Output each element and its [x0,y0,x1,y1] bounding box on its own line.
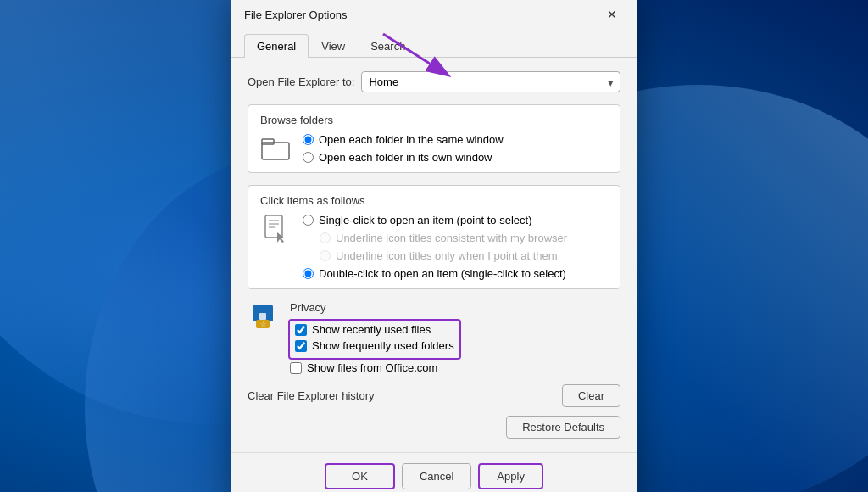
radio-own-window[interactable]: Open each folder in its own window [303,151,504,164]
privacy-highlighted-group: Show recently used files Show frequently… [290,321,459,358]
browse-folders-radio-group: Open each folder in the same window Open… [303,133,504,164]
click-items-title: Click items as follows [260,194,608,207]
clear-row: Clear File Explorer history Clear [248,384,620,407]
apply-button[interactable]: Apply [478,463,543,489]
radio-same-window[interactable]: Open each folder in the same window [303,133,504,146]
radio-single-click[interactable]: Single-click to open an item (point to s… [303,214,567,226]
svg-text:☆: ☆ [260,321,266,328]
tabs-container: General View Search [231,26,637,58]
click-icon [260,214,291,244]
checkbox-recent-files-input[interactable] [295,324,307,336]
radio-underline-browser: Underline icon titles consistent with my… [303,232,567,244]
svg-rect-4 [265,215,282,238]
clear-history-label: Clear File Explorer history [248,389,375,402]
radio-double-click[interactable]: Double-click to open an item (single-cli… [303,267,567,280]
open-to-label: Open File Explorer to: [248,75,354,88]
privacy-inner: ☆ Privacy Show recently used files [248,301,620,377]
checkbox-office-files[interactable]: Show files from Office.com [290,361,459,374]
browse-folders-title: Browse folders [260,114,608,126]
dialog-titlebar: File Explorer Options ✕ [231,0,637,26]
browse-folders-inner: Open each folder in the same window Open… [260,133,608,164]
click-items-inner: Single-click to open an item (point to s… [260,214,608,280]
privacy-section: ☆ Privacy Show recently used files [248,301,620,439]
svg-rect-2 [262,143,289,159]
tab-general[interactable]: General [244,34,309,58]
clear-button[interactable]: Clear [562,384,620,407]
privacy-icon: ☆ [248,301,278,332]
ok-button[interactable]: OK [325,463,395,489]
browse-folders-section: Browse folders Open each folder in the s… [248,104,620,173]
radio-own-window-input[interactable] [303,152,314,163]
click-items-section: Click items as follows [248,185,620,289]
privacy-options: Privacy Show recently used files Show fr… [290,301,459,377]
cancel-button[interactable]: Cancel [402,463,471,489]
radio-single-click-input[interactable] [303,215,314,226]
close-button[interactable]: ✕ [600,3,624,26]
folder-icon [260,133,291,164]
tab-search[interactable]: Search [358,34,418,58]
dialog-overlay: File Explorer Options ✕ General View Sea… [0,0,868,492]
file-explorer-options-dialog: File Explorer Options ✕ General View Sea… [231,0,637,492]
dialog-footer: OK Cancel Apply [231,452,637,492]
radio-underline-browser-input [320,232,331,243]
tab-view[interactable]: View [309,34,358,58]
checkbox-frequent-folders[interactable]: Show frequently used folders [295,339,454,352]
radio-same-window-input[interactable] [303,134,314,145]
open-to-select[interactable]: Home This PC [361,71,620,92]
radio-underline-hover: Underline icon titles only when I point … [303,249,567,262]
radio-underline-hover-input [320,250,331,261]
checkbox-recent-files[interactable]: Show recently used files [295,323,454,336]
dialog-title: File Explorer Options [244,8,347,21]
open-to-select-wrapper: Home This PC [361,71,620,92]
svg-rect-12 [259,313,266,320]
open-to-row: Open File Explorer to: Home This PC [248,71,620,92]
restore-defaults-button[interactable]: Restore Defaults [506,416,620,439]
restore-row: Restore Defaults [248,416,620,439]
click-items-radio-group: Single-click to open an item (point to s… [303,214,567,280]
checkbox-office-files-input[interactable] [290,362,302,374]
privacy-title: Privacy [290,301,459,314]
radio-double-click-input[interactable] [303,268,314,279]
dialog-content: Open File Explorer to: Home This PC Brow… [231,58,637,452]
checkbox-frequent-folders-input[interactable] [295,340,307,352]
svg-rect-3 [262,139,274,144]
